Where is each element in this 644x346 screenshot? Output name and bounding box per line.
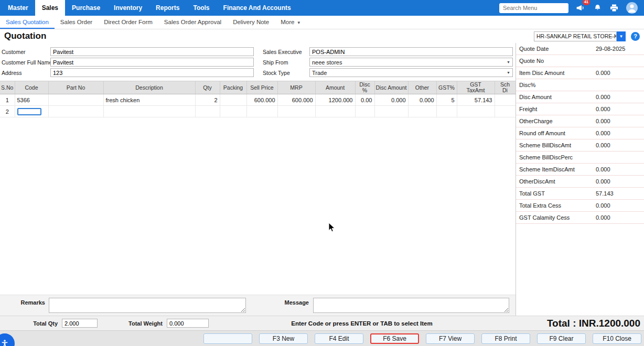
summary-label: OtherCharge [519,118,596,124]
subnav-tab[interactable]: Sales Order Approval ▾ [158,16,227,29]
summary-value: 0.000 [596,178,610,185]
menu-item[interactable]: Reports [149,0,186,16]
entry-cell: 2 [0,106,15,117]
subnav-tab[interactable]: Sales Quotation ▾ [0,16,55,29]
remarks-textarea[interactable] [49,298,246,313]
chevron-down-icon: ▾ [298,20,300,25]
notifications-bell-icon[interactable] [593,3,602,13]
search-input[interactable] [499,3,568,13]
summary-label: Scheme ItemDiscAmt [519,166,596,172]
summary-value: 0.000 [596,106,610,112]
summary-row: Round off Amount 0.000 [516,127,644,139]
ship-from-select[interactable]: neee stores ▼ [309,58,513,67]
subnav-tab[interactable]: Direct Order Form ▾ [98,16,158,29]
column-header: GST TaxAmt [457,81,495,94]
summary-label: Total GST [519,190,596,197]
stock-type-select[interactable]: Trade ▼ [309,68,513,77]
item-cell: 0.000 [374,94,408,106]
entry-cell [355,106,374,117]
column-header: Description [103,81,195,94]
item-cell: 0.000 [408,94,436,106]
menu-item[interactable]: Master [1,0,35,16]
subnav-tab[interactable]: More ▾ [275,16,306,29]
notes-area: Remarks Message [0,295,516,316]
customer-input[interactable] [50,47,254,56]
function-button[interactable]: F10 Close [593,333,641,344]
column-header: Sch Di [495,81,516,94]
entry-cell [15,106,48,117]
summary-row: OtherCharge 0.000 [516,115,644,127]
summary-row: Item Disc Amount 0.000 [516,67,644,79]
entry-cell [457,106,495,117]
summary-value: 0.000 [596,202,610,209]
summary-value: 0.000 [596,70,610,76]
subnav-tab-label: More [281,19,294,25]
sub-navigation: Sales Quotation ▾ Sales Order ▾ Direct O… [0,16,644,29]
total-qty-value[interactable] [62,319,98,328]
menu-item[interactable]: Finance And Accounts [217,0,298,16]
function-button[interactable] [203,333,252,344]
function-button[interactable]: F4 Edit [315,333,363,344]
message-textarea[interactable] [313,298,509,313]
sales-executive-input[interactable] [309,47,513,56]
function-button[interactable]: F6 Save [370,333,419,344]
print-icon[interactable] [609,3,619,13]
item-cell: 600.000 [277,94,315,106]
subnav-tab[interactable]: Sales Order ▾ [55,16,98,29]
subnav-tab-label: Sales Order Approval [164,19,221,25]
announcements-icon[interactable]: 41 [576,3,585,13]
stock-type-value: Trade [312,70,507,76]
item-code-input[interactable] [17,108,41,115]
remarks-label: Remarks [0,298,45,306]
item-cell: 5366 [15,94,48,106]
user-avatar[interactable] [626,2,638,14]
total-weight-value[interactable] [167,319,209,328]
action-bar: F3 New F4 Edit F6 Save F7 View F8 Print … [0,330,644,346]
summary-row: Freight 0.000 [516,103,644,115]
subnav-tab[interactable]: Delivery Note ▾ [227,16,275,29]
item-cell: 600.000 [246,94,277,106]
entry-cell [374,106,408,117]
summary-panel: Quote Date 29-08-2025 Quote No Item Disc… [516,43,644,316]
chevron-down-icon: ▼ [507,60,510,64]
summary-value: 29-08-2025 [596,46,625,52]
summary-row: OtherDiscAmt 0.000 [516,176,644,188]
summary-label: Quote Date [519,46,596,52]
column-header: Sell Price [246,81,277,94]
item-cell: 5 [436,94,457,106]
entry-row: 2 [0,106,516,117]
summary-label: Quote No [519,58,596,64]
function-button[interactable]: F8 Print [481,333,530,344]
summary-label: Disc Amount [519,94,596,100]
help-icon[interactable]: ? [631,32,640,41]
summary-row: Scheme BillDiscPerc [516,152,644,164]
entry-cell [277,106,315,117]
item-row[interactable]: 15366fresh chicken2600.000600.0001200.00… [0,94,516,106]
menu-item[interactable]: Tools [186,0,216,16]
store-selector[interactable]: HR-SANKALP RETAIL STORE-K ▼ [534,31,626,41]
entry-cell [495,106,516,117]
summary-row: Disc% [516,79,644,91]
main-content: Customer Customer Full Name Address Sale… [0,43,644,316]
notification-badge: 41 [583,0,590,5]
summary-label: Freight [519,106,596,112]
column-header: Code [15,81,48,94]
menu-item[interactable]: Inventory [107,0,149,16]
address-input[interactable] [50,68,254,77]
function-button[interactable]: F9 Clear [537,333,586,344]
function-button[interactable]: F3 New [259,333,308,344]
summary-row: GST Calamity Cess 0.000 [516,212,644,224]
topnav-right: 41 [499,0,644,16]
customer-full-name-input[interactable] [50,58,254,67]
function-button[interactable]: F7 View [426,333,475,344]
entry-cell [315,106,355,117]
address-label: Address [0,70,50,76]
totals-bar: Total Qty Total Weight Enter Code or pre… [0,316,644,330]
column-header: Amount [315,81,355,94]
chevron-down-icon[interactable]: ▼ [617,31,626,41]
summary-row: Quote No [516,55,644,67]
menu-item[interactable]: Purchase [65,0,107,16]
item-cell [495,94,516,106]
menu-item[interactable]: Sales [35,0,65,16]
page-header-right: HR-SANKALP RETAIL STORE-K ▼ ? [534,31,640,41]
